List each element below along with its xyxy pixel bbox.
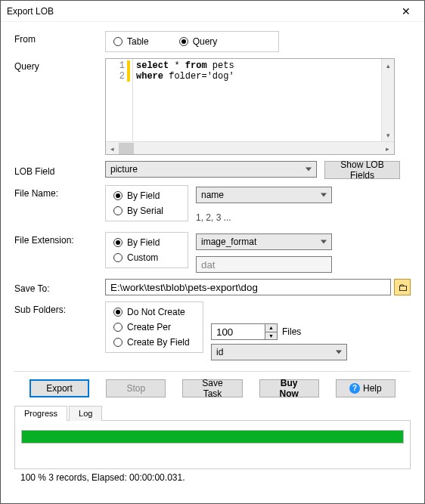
editor-vscroll[interactable]: ▴ ▾ [381, 59, 394, 141]
file-name-byserial-radio[interactable]: By Serial [113, 206, 180, 216]
sub-folders-per-unit: Files [282, 326, 301, 337]
radio-icon [113, 37, 123, 46]
file-name-byfield-radio[interactable]: By Field [113, 190, 180, 201]
buy-now-button[interactable]: Buy Now [259, 379, 319, 397]
scroll-up-icon[interactable]: ▴ [382, 59, 395, 72]
radio-icon [113, 206, 123, 215]
titlebar: Export LOB ✕ [1, 1, 424, 22]
scroll-right-icon[interactable]: ▸ [381, 142, 394, 155]
editor-gutter: 1 2 [106, 59, 133, 141]
radio-icon [113, 191, 123, 200]
file-name-radio-group: By Field By Serial [105, 185, 188, 221]
code-area[interactable]: select * from pets where folder='dog' [133, 59, 381, 141]
from-table-radio[interactable]: Table [113, 36, 149, 47]
radio-icon [113, 323, 123, 332]
content-area: From Table Query Query [1, 22, 424, 503]
from-table-label: Table [127, 36, 149, 47]
file-name-byfield-label: By Field [127, 190, 160, 201]
browse-folder-button[interactable]: 🗀 [394, 279, 411, 295]
file-name-field-select[interactable]: name [196, 187, 332, 203]
line-number: 1 [106, 60, 130, 71]
close-icon[interactable]: ✕ [391, 5, 421, 17]
radio-icon [113, 308, 123, 317]
save-to-input[interactable] [105, 279, 391, 295]
help-button-label: Help [363, 383, 382, 394]
save-to-label: Save To: [14, 280, 105, 294]
spinner-down-icon[interactable]: ▼ [265, 332, 277, 340]
hscroll-thumb[interactable] [119, 143, 134, 154]
file-name-field-value: name [201, 190, 224, 200]
lob-field-label: LOB Field [14, 163, 105, 177]
file-name-serial-hint: 1, 2, 3 ... [196, 209, 332, 226]
scroll-left-icon[interactable]: ◂ [106, 142, 119, 155]
radio-icon [113, 238, 123, 247]
file-ext-byfield-radio[interactable]: By Field [113, 237, 180, 248]
file-ext-field-select[interactable]: image_format [196, 233, 332, 250]
tabs: Progress Log [14, 405, 411, 421]
file-ext-field-value: image_format [201, 237, 256, 247]
file-name-label: File Name: [14, 185, 105, 226]
folder-icon: 🗀 [398, 282, 408, 293]
tab-log[interactable]: Log [69, 406, 102, 421]
sub-folders-none-radio[interactable]: Do Not Create [113, 307, 195, 317]
sub-folders-field-value: id [216, 347, 223, 357]
status-line: 100 % 3 records, Elapsed: 00:00:00.031. [14, 469, 411, 489]
file-name-byserial-label: By Serial [127, 206, 163, 216]
file-ext-radio-group: By Field Custom [105, 232, 188, 268]
divider [14, 371, 411, 372]
lob-field-select[interactable]: picture [105, 161, 317, 178]
radio-icon [113, 253, 123, 262]
sub-folders-label: Sub Folders: [14, 301, 105, 360]
stop-button[interactable]: Stop [106, 379, 166, 397]
button-bar: Export Stop Save Task Buy Now ? Help [14, 379, 411, 397]
sub-folders-none-label: Do Not Create [127, 307, 185, 317]
lob-field-value: picture [110, 164, 138, 175]
radio-icon [113, 338, 123, 347]
file-ext-byfield-label: By Field [127, 237, 160, 248]
sub-folders-count-input[interactable] [212, 324, 265, 339]
sub-folders-per-label: Create Per [127, 322, 171, 332]
radio-icon [179, 37, 188, 46]
sub-folders-byfield-radio[interactable]: Create By Field [113, 337, 195, 348]
save-task-button[interactable]: Save Task [182, 379, 242, 397]
from-query-radio[interactable]: Query [179, 36, 218, 47]
from-label: From [14, 31, 105, 52]
file-ext-custom-input[interactable] [196, 256, 332, 273]
scroll-down-icon[interactable]: ▾ [382, 128, 395, 141]
progress-bar [21, 430, 404, 444]
file-ext-custom-label: Custom [127, 252, 158, 263]
sub-folders-field-select[interactable]: id [211, 344, 347, 360]
help-icon: ? [349, 383, 360, 394]
file-ext-label: File Extension: [14, 232, 105, 273]
sub-folders-byfield-label: Create By Field [127, 337, 190, 348]
query-editor[interactable]: 1 2 select * from pets where folder='dog… [105, 58, 395, 155]
progress-panel [14, 421, 411, 469]
query-label: Query [14, 58, 105, 155]
show-lob-fields-button[interactable]: Show LOB Fields [324, 161, 400, 179]
help-button[interactable]: ? Help [336, 379, 396, 397]
export-lob-window: Export LOB ✕ From Table Query [0, 0, 425, 504]
from-query-label: Query [193, 36, 218, 47]
spinner-up-icon[interactable]: ▲ [265, 324, 277, 332]
line-number: 2 [106, 71, 130, 82]
file-ext-custom-radio[interactable]: Custom [113, 252, 180, 263]
sub-folders-radio-group: Do Not Create Create Per Create By Field [105, 301, 203, 353]
sub-folders-per-radio[interactable]: Create Per [113, 322, 195, 332]
hscroll-track[interactable] [119, 142, 381, 154]
editor-hscroll[interactable]: ◂ ▸ [106, 141, 394, 154]
export-button[interactable]: Export [29, 379, 89, 397]
from-radio-group: Table Query [105, 31, 279, 52]
tab-progress[interactable]: Progress [14, 406, 67, 421]
window-title: Export LOB [7, 6, 391, 17]
progress-bar-fill [22, 431, 403, 443]
sub-folders-count-spinner[interactable]: ▲ ▼ [211, 323, 278, 340]
